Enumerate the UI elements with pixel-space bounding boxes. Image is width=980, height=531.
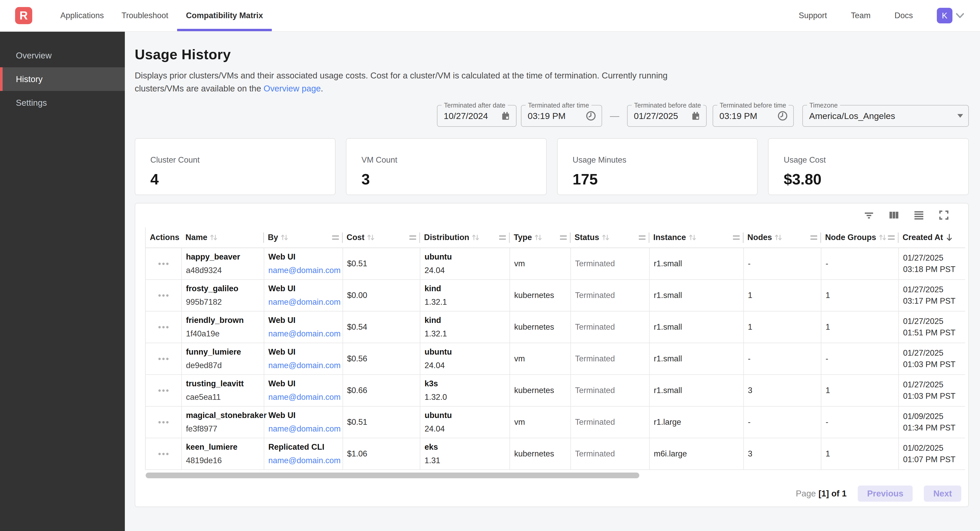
sort-icon[interactable] [471, 233, 480, 242]
filter-terminated-before-time[interactable]: Terminated before time 03:19 PM [713, 105, 794, 127]
created-date: 01/27/2025 [903, 347, 965, 359]
field-value: 03:19 PM [528, 111, 566, 121]
replicated-logo[interactable]: R [15, 7, 32, 24]
column-menu-icon[interactable] [888, 235, 895, 240]
distribution-version: 24.04 [425, 361, 509, 370]
column-label: Instance [653, 233, 686, 242]
density-button[interactable] [912, 208, 926, 223]
calendar-icon[interactable] [495, 111, 511, 121]
cost-value: $0.56 [347, 354, 420, 363]
column-header-node_groups[interactable]: Node Groups [821, 227, 898, 247]
page-description: Displays prior clusters/VMs and their as… [135, 69, 969, 95]
column-menu-icon[interactable] [499, 235, 506, 240]
column-menu-icon[interactable] [639, 235, 646, 240]
filter-timezone-select[interactable]: Timezone America/Los_Angeles [802, 105, 969, 127]
clock-icon[interactable] [580, 110, 597, 121]
column-menu-icon[interactable] [733, 235, 740, 240]
sort-icon[interactable] [209, 233, 218, 242]
previous-page-button[interactable]: Previous [858, 485, 913, 502]
secondary-nav: Support Team Docs K [799, 8, 964, 24]
nav-link-team[interactable]: Team [851, 11, 871, 20]
table-toolbar [145, 203, 968, 227]
column-header-distribution[interactable]: Distribution [420, 227, 509, 247]
user-avatar[interactable]: K [937, 8, 953, 24]
nodes-value: 3 [748, 386, 821, 395]
user-email-link[interactable]: name@domain.com [269, 266, 342, 275]
user-email-link[interactable]: name@domain.com [269, 456, 342, 465]
row-actions-button[interactable] [158, 358, 169, 360]
column-menu-icon[interactable] [332, 235, 339, 240]
horizontal-scrollbar[interactable] [146, 472, 639, 478]
columns-icon [888, 209, 900, 222]
overview-page-link[interactable]: Overview page [264, 84, 321, 93]
column-header-name[interactable]: Name [181, 227, 264, 247]
column-header-created_at[interactable]: Created At [898, 227, 965, 247]
filter-terminated-before-date[interactable]: Terminated before date 01/27/2025 [627, 105, 706, 127]
dropdown-arrow-icon[interactable] [952, 114, 963, 118]
next-page-button[interactable]: Next [924, 485, 961, 502]
created-time: 03:18 PM PST [903, 264, 965, 275]
column-menu-icon[interactable] [810, 235, 817, 240]
column-label: Name [185, 233, 207, 242]
row-actions-button[interactable] [158, 421, 169, 423]
row-actions-button[interactable] [158, 263, 169, 265]
nav-link-docs[interactable]: Docs [894, 11, 913, 20]
calendar-icon[interactable] [685, 111, 701, 121]
row-actions-button[interactable] [158, 326, 169, 328]
user-email-link[interactable]: name@domain.com [269, 361, 342, 370]
row-actions-button[interactable] [158, 390, 169, 392]
chevron-down-icon[interactable] [956, 12, 964, 19]
column-menu-icon[interactable] [560, 235, 567, 240]
data-grid: Actions Name By Cost Distribution [145, 227, 965, 470]
column-header-status[interactable]: Status [570, 227, 649, 247]
column-header-cost[interactable]: Cost [342, 227, 420, 247]
column-header-by[interactable]: By [264, 227, 342, 247]
nav-tab-compatibility-matrix[interactable]: Compatibility Matrix [177, 0, 272, 31]
horizontal-scrollbar-track [145, 472, 965, 479]
column-header-nodes[interactable]: Nodes [743, 227, 821, 247]
column-header-actions[interactable]: Actions [146, 227, 181, 247]
sidebar-item-overview[interactable]: Overview [0, 44, 125, 67]
date-range-separator: — [610, 110, 619, 121]
filter-button[interactable] [862, 208, 876, 223]
stat-card-usage-cost: Usage Cost $3.80 [768, 138, 969, 195]
created-time: 01:03 PM PST [903, 390, 965, 402]
sort-icon[interactable] [280, 233, 288, 242]
sidebar-item-settings[interactable]: Settings [0, 91, 125, 114]
user-email-link[interactable]: name@domain.com [269, 329, 342, 339]
filter-terminated-after-date[interactable]: Terminated after date 10/27/2024 [437, 105, 517, 127]
node-groups-value: 1 [826, 386, 898, 395]
sort-icon[interactable] [688, 233, 697, 242]
sort-icon[interactable] [534, 233, 542, 242]
instance-value: r1.small [654, 259, 743, 268]
column-separator [509, 233, 510, 243]
sidebar-nav: Overview History Settings [0, 32, 125, 531]
user-email-link[interactable]: name@domain.com [269, 393, 342, 402]
sort-icon[interactable] [601, 233, 609, 242]
created-by-source: Web UI [269, 315, 342, 325]
filter-terminated-after-time[interactable]: Terminated after time 03:19 PM [521, 105, 602, 127]
columns-button[interactable] [887, 208, 900, 223]
sort-desc-icon[interactable] [946, 233, 953, 242]
column-menu-icon[interactable] [409, 235, 416, 240]
user-email-link[interactable]: name@domain.com [269, 424, 342, 434]
column-header-type[interactable]: Type [509, 227, 570, 247]
stat-card-vm-count: VM Count 3 [346, 138, 547, 195]
top-navigation-bar: R Applications Troubleshoot Compatibilit… [0, 0, 980, 32]
column-separator [649, 233, 649, 243]
row-actions-button[interactable] [158, 294, 169, 297]
sort-icon[interactable] [774, 233, 782, 242]
user-email-link[interactable]: name@domain.com [269, 298, 342, 307]
column-header-instance[interactable]: Instance [649, 227, 743, 247]
sort-icon[interactable] [878, 233, 887, 242]
nav-tab-applications[interactable]: Applications [51, 0, 113, 31]
sidebar-item-history[interactable]: History [0, 67, 125, 91]
created-time: 03:17 PM PST [903, 295, 965, 307]
clock-icon[interactable] [772, 110, 788, 121]
sort-icon[interactable] [366, 233, 375, 242]
nav-tab-troubleshoot[interactable]: Troubleshoot [113, 0, 177, 31]
fullscreen-button[interactable] [937, 208, 951, 223]
created-by-source: Web UI [269, 284, 342, 293]
nav-link-support[interactable]: Support [799, 11, 827, 20]
row-actions-button[interactable] [158, 453, 169, 455]
